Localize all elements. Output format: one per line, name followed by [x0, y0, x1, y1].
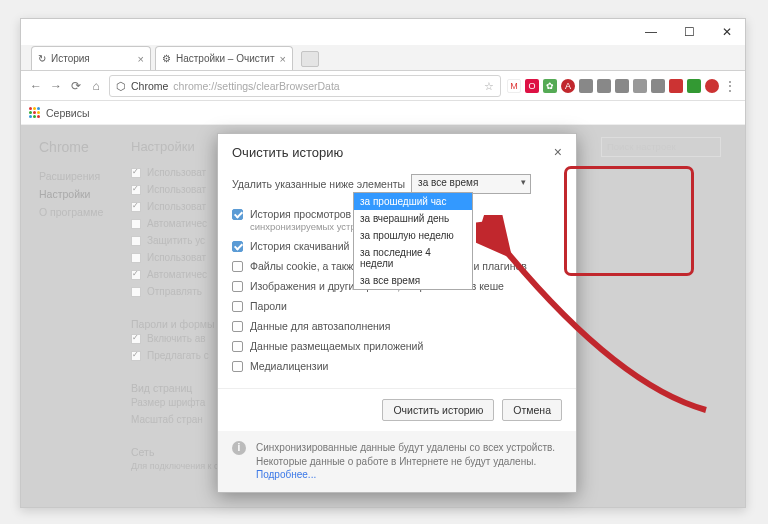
checkbox[interactable]: [232, 341, 243, 352]
lock-icon: ⬡: [116, 80, 126, 92]
window-titlebar: — ☐ ✕: [21, 19, 745, 45]
ext-icon[interactable]: O: [525, 79, 539, 93]
sidebar-item: Настройки: [39, 185, 131, 203]
ext-icon[interactable]: [633, 79, 647, 93]
dropdown-option[interactable]: за последние 4 недели: [354, 244, 472, 272]
checkbox[interactable]: [232, 321, 243, 332]
ext-icon[interactable]: [615, 79, 629, 93]
clear-button[interactable]: Очистить историю: [382, 399, 494, 421]
checkbox[interactable]: [232, 241, 243, 252]
close-tab-icon[interactable]: ×: [138, 53, 144, 65]
star-icon[interactable]: ☆: [484, 80, 494, 92]
apps-icon[interactable]: [29, 107, 40, 118]
url-field[interactable]: ⬡ Chrome chrome://settings/clearBrowserD…: [109, 75, 501, 97]
dropdown-option[interactable]: за прошедший час: [354, 193, 472, 210]
tab-label: Настройки – Очистит: [176, 53, 274, 64]
tab-settings[interactable]: ⚙ Настройки – Очистит ×: [155, 46, 293, 70]
browser-window: — ☐ ✕ ↻ История × ⚙ Настройки – Очистит …: [20, 18, 746, 508]
menu-icon[interactable]: ⋮: [723, 79, 737, 93]
checkbox[interactable]: [232, 361, 243, 372]
sidebar: Chrome Расширения Настройки О программе: [39, 139, 131, 493]
content-area: Chrome Расширения Настройки О программе …: [21, 125, 745, 507]
dropdown-option[interactable]: за все время: [354, 272, 472, 289]
ext-icon[interactable]: [687, 79, 701, 93]
ext-icon[interactable]: [705, 79, 719, 93]
extension-icons: M O ✿ A ⋮: [507, 79, 737, 93]
reload-button[interactable]: ⟳: [69, 79, 83, 93]
gear-icon: ⚙: [162, 53, 171, 64]
ext-icon[interactable]: M: [507, 79, 521, 93]
brand-label: Chrome: [39, 139, 131, 155]
item-label: Медиалицензии: [250, 360, 328, 372]
dropdown-option[interactable]: за вчерашний день: [354, 210, 472, 227]
url-origin: Chrome: [131, 80, 168, 92]
minimize-button[interactable]: —: [639, 23, 663, 41]
sidebar-item: О программе: [39, 203, 131, 221]
sidebar-item: Расширения: [39, 167, 131, 185]
ext-icon[interactable]: [669, 79, 683, 93]
checkbox[interactable]: [232, 261, 243, 272]
url-path: chrome://settings/clearBrowserData: [173, 80, 339, 92]
item-label: Данные для автозаполнения: [250, 320, 390, 332]
info-text: Синхронизированные данные будут удалены …: [256, 442, 555, 467]
time-range-dropdown: за прошедший час за вчерашний день за пр…: [353, 192, 473, 290]
info-link[interactable]: Подробнее...: [256, 469, 316, 480]
tab-label: История: [51, 53, 90, 64]
dialog-info: i Синхронизированные данные будут удален…: [218, 431, 576, 492]
checkbox[interactable]: [232, 209, 243, 220]
dropdown-option[interactable]: за прошлую неделю: [354, 227, 472, 244]
bookmarks-label[interactable]: Сервисы: [46, 107, 90, 119]
dialog-footer: Очистить историю Отмена: [218, 388, 576, 431]
select-value: за все время: [418, 177, 478, 188]
new-tab-button[interactable]: [301, 51, 319, 67]
dialog-title: Очистить историю: [232, 145, 343, 160]
close-tab-icon[interactable]: ×: [279, 53, 285, 65]
ext-icon[interactable]: ✿: [543, 79, 557, 93]
checkbox[interactable]: [232, 301, 243, 312]
close-window-button[interactable]: ✕: [715, 23, 739, 41]
tab-history[interactable]: ↻ История ×: [31, 46, 151, 70]
ext-icon[interactable]: [597, 79, 611, 93]
dialog-close-button[interactable]: ×: [554, 144, 562, 160]
back-button[interactable]: ←: [29, 79, 43, 93]
bookmarks-bar: Сервисы: [21, 101, 745, 125]
maximize-button[interactable]: ☐: [677, 23, 701, 41]
ext-icon[interactable]: [579, 79, 593, 93]
time-range-select[interactable]: за все время: [411, 174, 531, 194]
delete-label: Удалить указанные ниже элементы: [232, 178, 405, 190]
item-label: Данные размещаемых приложений: [250, 340, 423, 352]
ext-icon[interactable]: A: [561, 79, 575, 93]
history-icon: ↻: [38, 53, 46, 64]
tab-strip: ↻ История × ⚙ Настройки – Очистит ×: [21, 45, 745, 71]
forward-button[interactable]: →: [49, 79, 63, 93]
ext-icon[interactable]: [651, 79, 665, 93]
item-label: История скачиваний: [250, 240, 349, 252]
home-button[interactable]: ⌂: [89, 79, 103, 93]
item-label: Пароли: [250, 300, 287, 312]
cancel-button[interactable]: Отмена: [502, 399, 562, 421]
address-bar: ← → ⟳ ⌂ ⬡ Chrome chrome://settings/clear…: [21, 71, 745, 101]
info-icon: i: [232, 441, 246, 455]
checkbox[interactable]: [232, 281, 243, 292]
clear-history-dialog: Очистить историю × Удалить указанные ниж…: [217, 133, 577, 493]
settings-search: Поиск настроек: [601, 137, 721, 157]
